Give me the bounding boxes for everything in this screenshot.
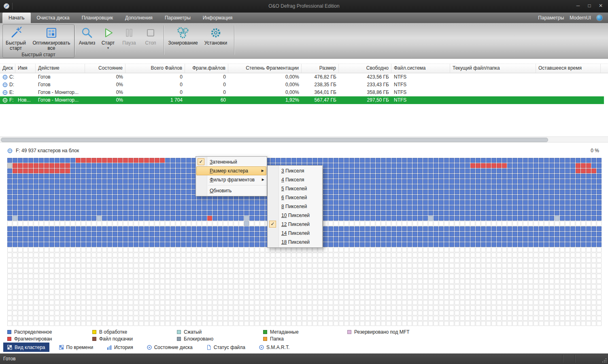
- pause-button[interactable]: Пауза: [119, 25, 139, 55]
- cluster-block: [502, 247, 507, 252]
- cluster-block: [139, 300, 144, 305]
- zoning-button[interactable]: Зонирование: [166, 25, 200, 55]
- cluster-block: [328, 163, 333, 168]
- cluster-block: [191, 242, 196, 247]
- cluster-block: [265, 247, 270, 252]
- cluster-block: [91, 284, 96, 289]
- cluster-block: [528, 200, 533, 205]
- view-tab-4[interactable]: Состояние диска: [143, 343, 197, 352]
- quick-start-button[interactable]: Быстрый старт: [4, 25, 28, 55]
- cluster-block: [55, 200, 60, 205]
- column-header-frag[interactable]: Степень Фрагментации: [228, 64, 302, 73]
- parameters-link[interactable]: Параметры: [538, 15, 564, 21]
- cluster-block: [544, 300, 549, 305]
- ribbon-tab-5[interactable]: Параметры: [159, 13, 197, 23]
- horizontal-scrollbar[interactable]: [0, 136, 608, 143]
- scrollbar-thumb[interactable]: [1, 138, 548, 142]
- column-header-free[interactable]: Свободно: [339, 64, 391, 73]
- column-header-remaining[interactable]: Оставшееся время: [536, 64, 601, 73]
- column-header-fs[interactable]: Файл.система: [391, 64, 450, 73]
- setup-button[interactable]: Установки: [202, 25, 230, 55]
- menu-item-5[interactable]: 10 Пикселей: [268, 211, 322, 220]
- ribbon-tab-6[interactable]: Информация: [197, 13, 238, 23]
- cluster-block: [234, 274, 238, 279]
- cluster-block: [18, 216, 23, 221]
- cluster-block: [70, 305, 75, 310]
- cluster-block: [549, 274, 554, 279]
- ribbon-tab-3[interactable]: Планировщик: [76, 13, 119, 23]
- close-button[interactable]: ✕: [595, 0, 606, 13]
- column-header-name[interactable]: Имя: [15, 64, 36, 73]
- start-button[interactable]: Старт▾: [98, 25, 118, 55]
- cluster-block: [455, 232, 459, 236]
- cluster-block: [534, 226, 538, 231]
- view-tab-3[interactable]: История: [103, 343, 137, 352]
- ribbon-tab-2[interactable]: Очистка диска: [31, 13, 76, 23]
- cluster-block: [549, 189, 554, 194]
- table-row-F[interactable]: F:Нов...Готов - Монитор...0%1 704601,92%…: [0, 96, 604, 104]
- column-header-current[interactable]: Текущий файл/папка: [450, 64, 536, 73]
- table-row-C[interactable]: C:Готов0%000,00%476,82 ГБ423,56 ГБNTFS: [0, 73, 604, 81]
- cluster-block: [39, 247, 44, 252]
- menu-item-2[interactable]: Фильтр фрагментов▶: [196, 175, 267, 184]
- modernui-icon[interactable]: [597, 15, 602, 21]
- cluster-block: [470, 211, 475, 215]
- cluster-block: [565, 284, 570, 289]
- view-tab-2[interactable]: По времени: [55, 343, 98, 352]
- column-header-action[interactable]: Действие: [36, 64, 85, 73]
- cluster-block: [497, 179, 502, 184]
- cluster-block: [260, 274, 265, 279]
- menu-item-7[interactable]: 14 Пикселей: [268, 229, 322, 238]
- optimize-all-button[interactable]: Оптимизировать все: [31, 25, 72, 55]
- cluster-block: [386, 295, 391, 300]
- cluster-block: [239, 221, 244, 226]
- cluster-block: [44, 321, 49, 326]
- cluster-block: [86, 258, 91, 263]
- cluster-block: [86, 284, 91, 289]
- view-tab-6[interactable]: S.M.A.R.T.: [255, 343, 293, 352]
- menu-item-3[interactable]: 6 Пикселей: [268, 193, 322, 202]
- cluster-block: [344, 242, 349, 247]
- view-tab-5[interactable]: Статус файла: [202, 343, 249, 352]
- cluster-block: [355, 263, 359, 268]
- cluster-block: [213, 289, 217, 294]
- cluster-block: [307, 295, 312, 300]
- column-header-disk[interactable]: Диск: [0, 64, 15, 73]
- column-header-state[interactable]: Состояние: [85, 64, 125, 73]
- analyze-button[interactable]: Анализ: [77, 25, 97, 55]
- cluster-block: [160, 289, 165, 294]
- cluster-block: [302, 289, 307, 294]
- cluster-block: [44, 289, 49, 294]
- cluster-block: [512, 174, 517, 179]
- column-header-size[interactable]: Размер: [302, 64, 339, 73]
- ribbon-tab-1[interactable]: Начать: [2, 13, 31, 23]
- column-header-frag_files[interactable]: Фрагм.файлов: [185, 64, 228, 73]
- menu-item-8[interactable]: 18 Пикселей: [268, 238, 322, 247]
- menu-item-4[interactable]: 8 Пикселей: [268, 202, 322, 211]
- cluster-block: [586, 211, 591, 215]
- menu-item-0[interactable]: 3 Пикселя: [268, 166, 322, 175]
- menu-item-6[interactable]: ✓12 Пикселей: [268, 220, 322, 229]
- cluster-block: [391, 216, 396, 221]
- cluster-block: [481, 274, 486, 279]
- menu-item-1[interactable]: 4 Пикселя: [268, 175, 322, 184]
- stop-button[interactable]: Стоп: [140, 25, 161, 55]
- table-row-E[interactable]: E:Готов - Монитор...0%000,00%364,01 ГБ35…: [0, 89, 604, 96]
- table-row-D[interactable]: D:Готов0%000,00%238,35 ГБ233,43 ГБNTFS: [0, 81, 604, 89]
- menu-item-4[interactable]: Обновить: [196, 186, 267, 195]
- cluster-block: [560, 305, 565, 310]
- ribbon-tab-4[interactable]: Дополнения: [119, 13, 159, 23]
- cluster-block: [518, 189, 523, 194]
- cluster-block: [118, 311, 123, 315]
- minimize-button[interactable]: ─: [572, 0, 584, 13]
- view-tab-1[interactable]: Вид кластера: [3, 343, 49, 352]
- maximize-button[interactable]: □: [584, 0, 595, 13]
- menu-item-2[interactable]: 5 Пикселей: [268, 184, 322, 193]
- menu-item-0[interactable]: ✓Затененный: [196, 158, 267, 166]
- resize-grip[interactable]: [601, 357, 607, 363]
- modernui-link[interactable]: ModernUI: [570, 15, 591, 21]
- cluster-block: [586, 295, 591, 300]
- column-header-files[interactable]: Всего Файлов: [125, 64, 185, 73]
- cluster-block: [534, 253, 538, 258]
- menu-item-1[interactable]: Размер кластера▶: [196, 166, 266, 175]
